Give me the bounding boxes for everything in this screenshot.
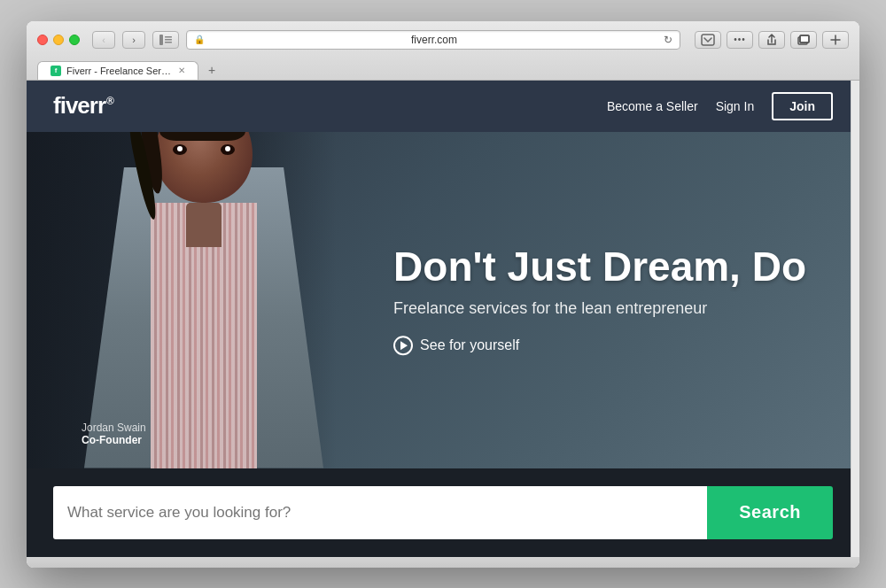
person-caption: Jordan Swain Co-Founder bbox=[82, 422, 146, 446]
become-seller-link[interactable]: Become a Seller bbox=[607, 99, 698, 113]
website: fiverr® Become a Seller Sign In Join bbox=[27, 81, 859, 557]
hero-headline: Don't Just Dream, Do bbox=[393, 244, 806, 290]
browser-bottom bbox=[27, 557, 859, 568]
tab-bar: f Fiverr - Freelance Services ✕ + bbox=[37, 57, 849, 80]
browser-chrome: ‹ › 🔒 fiverr.com ↻ bbox=[27, 21, 859, 81]
cta-label: See for yourself bbox=[420, 337, 519, 353]
titlebar: ‹ › 🔒 fiverr.com ↻ bbox=[37, 30, 849, 50]
sign-in-link[interactable]: Sign In bbox=[716, 99, 755, 113]
svg-rect-3 bbox=[165, 42, 172, 43]
hero-text: Don't Just Dream, Do Freelance services … bbox=[393, 244, 806, 356]
tab-favicon: f bbox=[51, 66, 61, 76]
browser-actions: ••• bbox=[695, 31, 849, 49]
back-button[interactable]: ‹ bbox=[92, 31, 115, 49]
site-header: fiverr® Become a Seller Sign In Join bbox=[27, 81, 859, 132]
hero-section: Jordan Swain Co-Founder Don't Just Dream… bbox=[27, 132, 859, 468]
close-button[interactable] bbox=[37, 35, 48, 45]
new-tab-button[interactable]: + bbox=[202, 60, 222, 80]
hero-subheadline: Freelance services for the lean entrepre… bbox=[393, 299, 806, 318]
traffic-lights bbox=[37, 35, 80, 45]
active-tab[interactable]: f Fiverr - Freelance Services ✕ bbox=[37, 61, 198, 80]
hero-person: Jordan Swain Co-Founder bbox=[27, 132, 399, 468]
search-input[interactable] bbox=[67, 504, 693, 522]
person-hair-top bbox=[159, 132, 245, 141]
person-neck bbox=[186, 203, 222, 247]
lock-icon: 🔒 bbox=[194, 35, 205, 44]
search-button[interactable]: Search bbox=[707, 486, 833, 539]
url-text: fiverr.com bbox=[210, 34, 658, 46]
refresh-button[interactable]: ↻ bbox=[664, 34, 672, 46]
menu-button[interactable]: ••• bbox=[727, 31, 753, 49]
person-name: Jordan Swain bbox=[82, 422, 146, 434]
tab-close-button[interactable]: ✕ bbox=[178, 66, 185, 75]
forward-button[interactable]: › bbox=[122, 31, 145, 49]
add-tab-button[interactable] bbox=[822, 31, 849, 49]
svg-rect-4 bbox=[702, 35, 714, 45]
sidebar-button[interactable] bbox=[152, 31, 179, 49]
fiverr-logo: fiverr® bbox=[53, 92, 113, 120]
tab-title: Fiverr - Freelance Services bbox=[66, 66, 173, 76]
share-button[interactable] bbox=[758, 31, 785, 49]
person-eyes bbox=[173, 141, 235, 159]
minimize-button[interactable] bbox=[53, 35, 64, 45]
eye-left bbox=[173, 144, 187, 155]
new-window-button[interactable] bbox=[790, 31, 817, 49]
browser-window: ‹ › 🔒 fiverr.com ↻ bbox=[27, 21, 859, 568]
search-section: Search bbox=[27, 468, 859, 557]
browser-content: fiverr® Become a Seller Sign In Join bbox=[27, 81, 859, 568]
play-triangle bbox=[400, 341, 408, 350]
person-role: Co-Founder bbox=[82, 434, 146, 446]
address-bar[interactable]: 🔒 fiverr.com ↻ bbox=[186, 30, 680, 50]
svg-rect-0 bbox=[159, 35, 163, 45]
search-scrollbar[interactable] bbox=[851, 81, 859, 557]
svg-rect-1 bbox=[165, 36, 172, 38]
join-button[interactable]: Join bbox=[772, 92, 833, 120]
header-nav: Become a Seller Sign In Join bbox=[607, 92, 833, 120]
svg-rect-6 bbox=[800, 35, 809, 43]
search-input-wrap bbox=[53, 486, 707, 539]
eye-right bbox=[221, 144, 235, 155]
maximize-button[interactable] bbox=[69, 35, 80, 45]
pocket-button[interactable] bbox=[695, 31, 721, 49]
svg-rect-2 bbox=[165, 39, 172, 41]
see-for-yourself-link[interactable]: See for yourself bbox=[393, 336, 806, 355]
